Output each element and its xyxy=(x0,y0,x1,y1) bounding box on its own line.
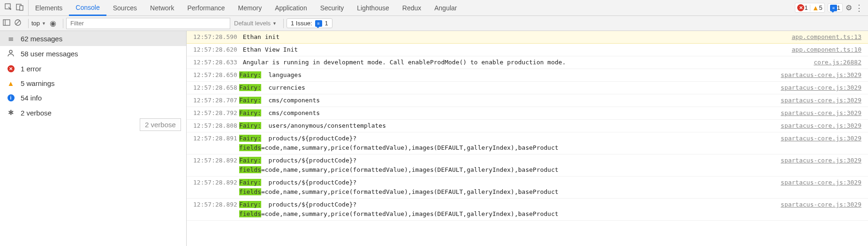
separator xyxy=(28,19,29,28)
log-row[interactable]: 12:57:28.590 Ethan initapp.component.ts:… xyxy=(187,31,868,44)
issues-count: 1 xyxy=(325,20,328,27)
log-timestamp: 12:57:28.590 xyxy=(193,32,237,42)
sidebar-row[interactable]: ✕1 error xyxy=(0,62,186,76)
log-timestamp: 12:57:28.650 xyxy=(193,70,237,80)
svg-rect-2 xyxy=(20,6,23,10)
log-timestamp: 12:57:28.658 xyxy=(193,83,237,92)
clear-console-icon[interactable] xyxy=(14,19,22,28)
list-icon: ≣ xyxy=(7,34,15,43)
log-source-link[interactable]: core.js:26882 xyxy=(804,58,861,67)
context-selector[interactable]: top ▼ xyxy=(31,20,46,27)
log-timestamp: 12:57:28.892 xyxy=(193,178,237,187)
settings-icon[interactable]: ⚙ xyxy=(845,3,852,12)
tab-elements[interactable]: Elements xyxy=(29,0,69,15)
log-timestamp: 12:57:28.633 xyxy=(193,58,237,67)
tab-angular[interactable]: Angular xyxy=(428,0,463,15)
sidebar-row[interactable]: ≣62 messages xyxy=(0,31,186,46)
tab-redux[interactable]: Redux xyxy=(396,0,428,15)
log-row[interactable]: 12:57:28.707Fairy: cms/componentsspartac… xyxy=(187,94,868,107)
more-icon[interactable]: ⋮ xyxy=(855,4,863,12)
log-row[interactable]: 12:57:28.808Fairy: users/anonymous/conse… xyxy=(187,120,868,132)
sidebar-toggle-icon[interactable] xyxy=(3,19,10,28)
messages-badge[interactable]: ≡ 1 xyxy=(828,3,843,12)
tab-performance[interactable]: Performance xyxy=(181,0,231,15)
log-levels-selector[interactable]: Default levels ▼ xyxy=(234,20,277,27)
tab-application[interactable]: Application xyxy=(268,0,314,15)
log-timestamp: 12:57:28.792 xyxy=(193,108,237,118)
log-source-link[interactable]: app.component.ts:10 xyxy=(782,45,861,54)
sidebar-row[interactable]: 58 user messages xyxy=(0,46,186,62)
sidebar-row[interactable]: i54 info xyxy=(0,91,186,105)
user-icon xyxy=(7,49,15,58)
tab-lighthouse[interactable]: Lighthouse xyxy=(350,0,396,15)
tab-sources[interactable]: Sources xyxy=(106,0,143,15)
log-message: Ethan init xyxy=(239,32,279,42)
log-source-link[interactable]: spartacus-core.js:3029 xyxy=(771,156,861,165)
error-warning-badge[interactable]: ✕ 1 ▲ 5 xyxy=(795,3,824,13)
bug: ✱ xyxy=(7,108,15,117)
sidebar-row-label: 2 verbose xyxy=(21,109,52,117)
issues-pill[interactable]: 1 Issue: ≡ 1 xyxy=(287,18,332,28)
log-source-link[interactable]: spartacus-core.js:3029 xyxy=(771,200,861,209)
log-source-link[interactable]: spartacus-core.js:3029 xyxy=(771,178,861,187)
fairy-tag: Fairy: xyxy=(239,71,261,78)
sidebar-row-label: 1 error xyxy=(21,65,41,73)
log-source-link[interactable]: spartacus-core.js:3029 xyxy=(771,96,861,105)
log-row[interactable]: 12:57:28.633 Angular is running in devel… xyxy=(187,56,868,69)
sidebar-row-label: 58 user messages xyxy=(21,50,78,58)
log-source-link[interactable]: spartacus-core.js:3029 xyxy=(771,121,861,131)
sidebar-row-label: 5 warnings xyxy=(21,79,55,87)
log-timestamp: 12:57:28.892 xyxy=(193,200,237,209)
log-row[interactable]: 12:57:28.658Fairy: currenciesspartacus-c… xyxy=(187,82,868,94)
device-toggle-icon[interactable] xyxy=(16,3,23,12)
fairy-fields: fields xyxy=(239,188,261,195)
messages-count: 1 xyxy=(837,4,840,11)
tab-network[interactable]: Network xyxy=(143,0,181,15)
log-row[interactable]: 12:57:28.892Fairy: products/${productCod… xyxy=(187,154,868,177)
issues-label: 1 Issue: xyxy=(291,20,312,27)
log-source-link[interactable]: spartacus-core.js:3029 xyxy=(771,134,861,143)
inspect-icon[interactable] xyxy=(5,3,12,12)
tooltip: 2 verbose xyxy=(140,118,181,131)
log-row[interactable]: 12:57:28.892Fairy: products/${productCod… xyxy=(187,177,868,199)
console-main: ≣62 messages58 user messages✕1 error▲5 w… xyxy=(0,31,868,246)
log-message: =code,name,summary,price(formattedValue)… xyxy=(261,166,559,173)
tab-console[interactable]: Console xyxy=(69,0,106,16)
log-row[interactable]: 12:57:28.620 Ethan View Initapp.componen… xyxy=(187,44,868,56)
log-row[interactable]: 12:57:28.792Fairy: cms/componentsspartac… xyxy=(187,107,868,120)
log-message: users/anonymous/consenttemplates xyxy=(261,122,386,129)
log-message: Angular is running in development mode. … xyxy=(239,58,566,67)
log-timestamp: 12:57:28.620 xyxy=(193,45,237,54)
sidebar-row[interactable]: ▲5 warnings xyxy=(0,76,186,91)
log-message: Ethan View Init xyxy=(239,45,298,54)
log-message: products/${productCode}? xyxy=(261,179,357,186)
topbar-left-icons xyxy=(0,0,29,15)
log-row[interactable]: 12:57:28.892Fairy: products/${productCod… xyxy=(187,199,868,221)
log-message: =code,name,summary,price(formattedValue)… xyxy=(261,144,559,151)
log-row[interactable]: 12:57:28.891Fairy: products/${productCod… xyxy=(187,132,868,154)
levels-label: Default levels xyxy=(234,20,271,27)
live-expression-icon[interactable]: ◉ xyxy=(50,19,56,28)
log-source-link[interactable]: spartacus-core.js:3029 xyxy=(771,108,861,118)
tri-warn: ▲ xyxy=(7,79,15,87)
console-toolbar: top ▼ ◉ Default levels ▼ 1 Issue: ≡ 1 xyxy=(0,16,868,31)
log-message: products/${productCode}? xyxy=(261,157,357,164)
sidebar-row-label: 62 messages xyxy=(21,35,62,43)
tab-memory[interactable]: Memory xyxy=(232,0,269,15)
fairy-tag: Fairy: xyxy=(239,122,261,129)
log-source-link[interactable]: spartacus-core.js:3029 xyxy=(771,83,861,92)
fairy-tag: Fairy: xyxy=(239,201,261,208)
filter-input[interactable] xyxy=(66,18,230,29)
svg-point-7 xyxy=(9,50,12,53)
context-label: top xyxy=(31,20,40,27)
fairy-tag: Fairy: xyxy=(239,97,261,104)
message-icon: ≡ xyxy=(830,5,837,11)
log-message: products/${productCode}? xyxy=(261,201,357,208)
warning-icon: ▲ xyxy=(812,4,819,12)
tab-security[interactable]: Security xyxy=(314,0,351,15)
log-timestamp: 12:57:28.892 xyxy=(193,156,237,165)
log-source-link[interactable]: app.component.ts:13 xyxy=(782,32,861,42)
log-source-link[interactable]: spartacus-core.js:3029 xyxy=(771,70,861,80)
log-row[interactable]: 12:57:28.650Fairy: languagesspartacus-co… xyxy=(187,69,868,82)
console-log-area[interactable]: 12:57:28.590 Ethan initapp.component.ts:… xyxy=(187,31,868,246)
